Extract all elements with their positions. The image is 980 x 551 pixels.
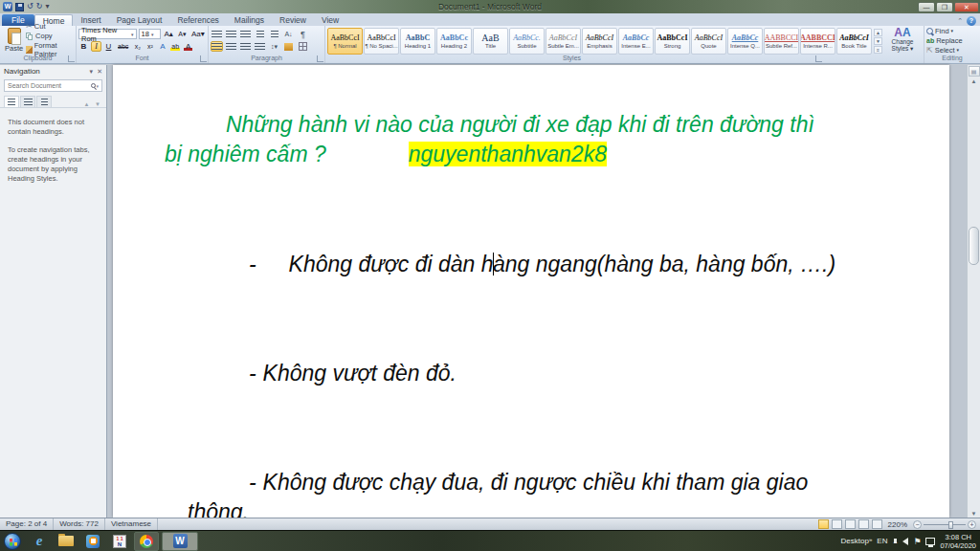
- help-icon[interactable]: ?: [967, 16, 976, 26]
- clipboard-dialog-launcher[interactable]: [68, 55, 75, 62]
- print-layout-view-icon[interactable]: [818, 519, 829, 529]
- font-dialog-launcher[interactable]: [200, 55, 207, 62]
- word-taskbar-button[interactable]: W: [162, 532, 198, 551]
- grow-font-button[interactable]: A▴: [163, 29, 175, 39]
- style-normal[interactable]: AaBbCcI ¶ Normal: [327, 28, 363, 55]
- numbering-button[interactable]: [225, 29, 237, 39]
- bullets-button[interactable]: [211, 29, 223, 39]
- taskbar-clock[interactable]: 3:08 CH 07/04/2020: [940, 533, 976, 550]
- ruler-toggle-icon[interactable]: ▤: [969, 66, 980, 77]
- style-intense-reference[interactable]: AABBCCI Intense R...: [800, 28, 835, 55]
- align-right-button[interactable]: [239, 41, 252, 52]
- styles-scroll-up-icon[interactable]: ▲: [874, 29, 882, 36]
- outline-view-icon[interactable]: [858, 519, 869, 529]
- subscript-button[interactable]: x₂: [132, 41, 143, 52]
- font-size-combo[interactable]: 18▾: [139, 29, 161, 39]
- style-heading2[interactable]: AaBbCc Heading 2: [436, 28, 472, 55]
- zoom-out-icon[interactable]: −: [913, 520, 922, 529]
- strikethrough-button[interactable]: abc: [116, 41, 130, 52]
- tab-references[interactable]: References: [169, 14, 226, 26]
- replace-button[interactable]: ab Replace: [926, 36, 978, 45]
- align-left-button[interactable]: [211, 41, 223, 52]
- italic-button[interactable]: I: [91, 41, 101, 52]
- find-button[interactable]: Find▾: [926, 27, 978, 35]
- multilevel-list-button[interactable]: [239, 29, 252, 39]
- align-center-button[interactable]: [225, 41, 237, 52]
- show-hide-button[interactable]: ¶: [297, 29, 309, 39]
- minimize-ribbon-icon[interactable]: ⌃: [957, 17, 963, 25]
- style-no-spacing[interactable]: AaBbCcI ¶ No Spaci...: [364, 28, 399, 55]
- page-indicator[interactable]: Page: 2 of 4: [0, 518, 54, 530]
- font-color-button[interactable]: A: [183, 41, 193, 52]
- nav-tab-results[interactable]: [36, 96, 52, 107]
- tab-mailings[interactable]: Mailings: [227, 14, 272, 26]
- nav-tab-headings[interactable]: [4, 96, 19, 107]
- scrollbar-thumb[interactable]: [969, 227, 979, 265]
- styles-scroll-down-icon[interactable]: ▼: [874, 37, 882, 45]
- style-strong[interactable]: AaBbCcI Strong: [655, 28, 690, 55]
- network-icon[interactable]: [925, 538, 935, 545]
- action-center-flag-icon[interactable]: ⚑: [913, 537, 921, 546]
- style-heading1[interactable]: AaBbC Heading 1: [400, 28, 435, 55]
- navigation-options-icon[interactable]: ▾: [90, 68, 94, 76]
- scroll-down-icon[interactable]: ▼: [971, 510, 977, 518]
- styles-gallery-expand-icon[interactable]: ≡: [874, 46, 882, 54]
- minimize-button[interactable]: —: [918, 2, 935, 12]
- style-subtle-reference[interactable]: AABBCCI Subtle Ref...: [764, 28, 799, 55]
- web-layout-view-icon[interactable]: [845, 519, 856, 529]
- cut-button[interactable]: ✂ Cut: [26, 22, 74, 31]
- file-explorer-icon[interactable]: [54, 532, 78, 551]
- style-subtitle[interactable]: AaBbCc. Subtitle: [509, 28, 545, 55]
- change-case-button[interactable]: Aa▾: [189, 29, 206, 39]
- search-icon[interactable]: [91, 83, 96, 88]
- draft-view-icon[interactable]: [872, 519, 882, 529]
- borders-button[interactable]: [297, 41, 309, 52]
- vertical-scrollbar[interactable]: ▤ ▲ ▼: [967, 65, 980, 518]
- tab-review[interactable]: Review: [272, 14, 314, 26]
- fullscreen-view-icon[interactable]: [832, 519, 842, 529]
- bold-button[interactable]: B: [78, 41, 89, 52]
- tab-page-layout[interactable]: Page Layout: [109, 14, 170, 26]
- style-intense-emphasis[interactable]: AaBbCc Intense E...: [618, 28, 654, 55]
- style-quote[interactable]: AaBbCcI Quote: [691, 28, 726, 55]
- restore-button[interactable]: ❐: [936, 2, 953, 12]
- increase-indent-button[interactable]: [268, 29, 280, 39]
- font-name-combo[interactable]: Times New Rom▾: [78, 29, 137, 39]
- superscript-button[interactable]: x²: [145, 41, 155, 52]
- volume-icon[interactable]: [902, 538, 908, 545]
- style-title[interactable]: AaB Title: [473, 28, 508, 55]
- shading-button[interactable]: [282, 41, 295, 52]
- tab-view[interactable]: View: [314, 14, 346, 26]
- scrollbar-track[interactable]: [968, 85, 980, 510]
- change-styles-button[interactable]: AA Change Styles ▾: [883, 27, 922, 52]
- language-bar[interactable]: EN: [877, 537, 887, 545]
- start-button[interactable]: [4, 533, 21, 550]
- search-input[interactable]: [8, 82, 91, 89]
- style-subtle-emphasis[interactable]: AaBbCcI Subtle Em...: [546, 28, 581, 55]
- nav-tab-pages[interactable]: [20, 96, 35, 107]
- chrome-taskbar-button[interactable]: [134, 532, 159, 551]
- search-dropdown-icon[interactable]: ▾: [96, 83, 99, 89]
- document-page[interactable]: Những hành vi nào của người đi xe đạp kh…: [113, 65, 949, 518]
- media-player-icon[interactable]: [80, 532, 105, 551]
- internet-explorer-icon[interactable]: e: [27, 532, 52, 551]
- app-n-icon[interactable]: 1 1N: [107, 532, 132, 551]
- decrease-indent-button[interactable]: [254, 29, 266, 39]
- shrink-font-button[interactable]: A▾: [176, 29, 188, 39]
- paste-button[interactable]: Paste: [2, 27, 26, 54]
- styles-dialog-launcher[interactable]: [815, 55, 822, 62]
- close-button[interactable]: ✕: [954, 2, 979, 12]
- style-book-title[interactable]: AaBbCcI Book Title: [836, 28, 872, 55]
- sort-button[interactable]: A↓: [282, 29, 295, 39]
- justify-button[interactable]: [254, 41, 266, 52]
- zoom-in-icon[interactable]: +: [968, 520, 976, 529]
- paragraph-dialog-launcher[interactable]: [317, 55, 323, 62]
- line-spacing-button[interactable]: ↕▾: [268, 41, 280, 52]
- zoom-track[interactable]: [924, 524, 966, 525]
- word-count[interactable]: Words: 772: [54, 518, 105, 530]
- zoom-level[interactable]: 220%: [885, 520, 910, 529]
- navigation-close-icon[interactable]: ✕: [97, 68, 102, 76]
- style-emphasis[interactable]: AaBbCcI Emphasis: [582, 28, 617, 55]
- text-effects-button[interactable]: A: [157, 41, 167, 52]
- highlight-color-button[interactable]: ab: [169, 41, 181, 52]
